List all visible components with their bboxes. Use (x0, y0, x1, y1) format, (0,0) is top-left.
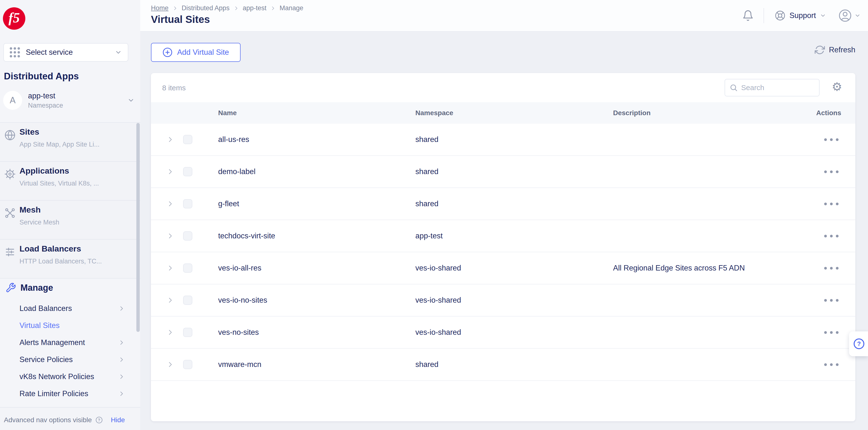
manage-subnav-item[interactable]: vK8s Network Policies (0, 368, 140, 385)
manage-title: Manage (21, 283, 53, 293)
load-balancer-icon (4, 246, 16, 257)
notifications-bell-button[interactable] (742, 10, 754, 22)
row-actions-button[interactable] (818, 228, 845, 243)
search-box (724, 79, 819, 96)
column-header-namespace: Namespace (415, 109, 453, 117)
support-menu[interactable]: Support (775, 10, 826, 21)
header-divider (764, 8, 764, 23)
help-panel[interactable]: ? (849, 331, 868, 356)
sidebar-item-label: Applications (20, 166, 69, 176)
breadcrumb-separator-icon (173, 6, 178, 11)
row-checkbox[interactable] (183, 167, 192, 176)
row-namespace: shared (415, 199, 438, 208)
row-name[interactable]: vmware-mcn (218, 360, 261, 369)
row-expand-chevron-icon[interactable] (166, 136, 174, 143)
row-expand-chevron-icon[interactable] (166, 232, 174, 240)
table-row: g-fleet shared (151, 188, 855, 220)
row-expand-chevron-icon[interactable] (166, 329, 174, 336)
row-expand-chevron-icon[interactable] (166, 361, 174, 368)
sidebar-item-load-balancers[interactable]: Load Balancers HTTP Load Balancers, TC..… (0, 240, 140, 279)
row-actions-button[interactable] (818, 293, 845, 308)
row-checkbox[interactable] (183, 360, 192, 369)
row-name[interactable]: demo-label (218, 167, 255, 176)
table-settings-gear-icon[interactable]: ⚙ (832, 81, 842, 93)
sidebar-item-sublabel: App Site Map, App Site Li... (20, 141, 100, 148)
sidebar-item-sites[interactable]: Sites App Site Map, App Site Li... (0, 123, 140, 162)
sidebar-item-label: Sites (20, 127, 39, 136)
manage-subnav-item[interactable]: Virtual Sites (0, 317, 140, 334)
manage-subnav-label: Alerts Management (20, 338, 85, 347)
wrench-icon (5, 282, 16, 293)
manage-subnav-item[interactable]: Service Policies (0, 351, 140, 368)
f5-logo-text: f5 (8, 11, 20, 25)
breadcrumb-app-test[interactable]: app-test (243, 4, 267, 12)
table-row: all-us-res shared (151, 124, 855, 156)
select-service-label: Select service (26, 48, 73, 57)
breadcrumb-distributed-apps[interactable]: Distributed Apps (182, 4, 229, 12)
manage-subnav-item[interactable]: Rate Limiter Policies (0, 385, 140, 402)
sidebar-item-label: Mesh (20, 205, 41, 215)
f5-logo[interactable]: f5 (3, 7, 25, 30)
row-name[interactable]: ves-no-sites (218, 328, 259, 337)
row-checkbox[interactable] (183, 328, 192, 337)
sidebar-item-mesh[interactable]: Mesh Service Mesh (0, 201, 140, 240)
row-expand-chevron-icon[interactable] (166, 168, 174, 175)
select-service-dropdown[interactable]: Select service (3, 43, 128, 62)
row-actions-button[interactable] (818, 325, 845, 340)
bell-icon (742, 10, 754, 22)
refresh-label: Refresh (829, 45, 855, 54)
svg-text:?: ? (98, 418, 100, 422)
row-checkbox[interactable] (183, 135, 192, 144)
manage-subnav-item[interactable]: Alerts Management (0, 334, 140, 351)
breadcrumb-home[interactable]: Home (151, 4, 168, 12)
breadcrumb-manage[interactable]: Manage (280, 4, 303, 12)
sidebar-item-manage[interactable]: Manage (0, 279, 140, 296)
chevron-down-icon (855, 12, 861, 19)
row-namespace: shared (415, 167, 438, 176)
search-input[interactable] (741, 84, 809, 92)
chevron-right-icon (118, 373, 125, 380)
help-circle-icon: ? (95, 416, 103, 424)
sidebar: f5 Select service Distributed Apps A app… (0, 0, 140, 430)
sidebar-item-sublabel: Virtual Sites, Virtual K8s, ... (20, 180, 99, 187)
top-header-bar: Home Distributed Apps app-test Manage Vi… (140, 0, 868, 32)
svg-text:?: ? (857, 340, 861, 347)
row-name[interactable]: techdocs-virt-site (218, 232, 275, 240)
sidebar-item-applications[interactable]: Applications Virtual Sites, Virtual K8s,… (0, 162, 140, 201)
mesh-nodes-icon (4, 208, 16, 219)
table-body: all-us-res shared demo-label shared g-fl… (151, 124, 855, 381)
chevron-down-icon (820, 12, 826, 19)
chevron-down-icon (127, 97, 135, 104)
row-name[interactable]: all-us-res (218, 135, 249, 144)
support-label: Support (789, 11, 816, 20)
row-name[interactable]: ves-io-all-res (218, 264, 261, 273)
row-checkbox[interactable] (183, 199, 192, 208)
help-circle-icon: ? (853, 338, 865, 350)
row-actions-button[interactable] (818, 132, 845, 147)
row-actions-button[interactable] (818, 261, 845, 275)
items-count: 8 items (162, 84, 186, 92)
account-menu[interactable] (838, 9, 861, 22)
row-expand-chevron-icon[interactable] (166, 265, 174, 272)
manage-subnav-item[interactable]: Load Balancers (0, 300, 140, 317)
row-actions-button[interactable] (818, 196, 845, 211)
add-virtual-site-button[interactable]: Add Virtual Site (151, 43, 241, 62)
row-namespace: shared (415, 135, 438, 144)
namespace-selector[interactable]: A app-test Namespace (3, 91, 135, 110)
virtual-sites-table-card: 8 items ⚙ Name Namespace Description Act… (151, 73, 855, 421)
row-expand-chevron-icon[interactable] (166, 200, 174, 208)
sidebar-scrollbar[interactable] (136, 123, 140, 332)
row-name[interactable]: g-fleet (218, 199, 239, 208)
row-checkbox[interactable] (183, 231, 192, 241)
row-name[interactable]: ves-io-no-sites (218, 296, 267, 305)
hide-advanced-nav-link[interactable]: Hide (111, 416, 125, 424)
row-actions-button[interactable] (818, 164, 845, 179)
sidebar-title: Distributed Apps (4, 71, 79, 82)
refresh-button[interactable]: Refresh (815, 45, 855, 55)
row-actions-button[interactable] (818, 357, 845, 372)
manage-subnav-label: Service Policies (20, 355, 73, 364)
row-checkbox[interactable] (183, 264, 192, 273)
manage-subnav-label: vK8s Network Policies (20, 372, 94, 381)
row-expand-chevron-icon[interactable] (166, 297, 174, 304)
row-checkbox[interactable] (183, 296, 192, 305)
